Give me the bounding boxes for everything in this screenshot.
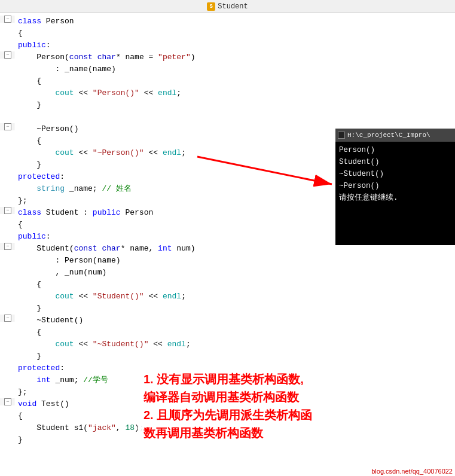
code-line	[0, 111, 455, 123]
fold-icon[interactable]: −	[4, 123, 11, 130]
terminal-window: H:\c_project\C_Impro\ Person() Student()…	[335, 129, 455, 245]
code-line: {	[0, 28, 455, 39]
fold-icon[interactable]: −	[4, 315, 11, 322]
file-icon: S	[207, 2, 215, 11]
annotation-box: 1. 没有显示调用基类析构函数, 编译器自动调用基类析构函数 2. 且顺序为先调…	[138, 365, 454, 476]
code-line: public:	[0, 39, 455, 51]
fold-icon[interactable]: −	[4, 243, 11, 250]
terminal-icon	[338, 132, 345, 139]
fold-icon[interactable]: −	[4, 207, 11, 214]
fold-icon[interactable]: −	[4, 398, 11, 405]
code-line: − class Person	[0, 16, 455, 28]
code-line: {	[0, 327, 455, 338]
code-editor: S Student − class Person { public: − Per…	[0, 0, 455, 476]
code-line: − ~Student()	[0, 315, 455, 327]
terminal-output: Person() Student() ~Student() ~Person() …	[339, 144, 451, 204]
fold-icon[interactable]: −	[4, 51, 11, 59]
code-line: − Person(const char* name = "peter")	[0, 51, 455, 63]
title-bar: S Student	[0, 0, 455, 13]
terminal-line: Student()	[339, 156, 451, 168]
code-line: , _num(num)	[0, 267, 455, 279]
code-line: cout << "Student()" << endl;	[0, 291, 455, 303]
file-title: Student	[218, 2, 248, 11]
fold-icon[interactable]: −	[4, 16, 11, 23]
code-line: cout << "Person()" << endl;	[0, 87, 455, 99]
terminal-title-bar: H:\c_project\C_Impro\	[335, 129, 455, 142]
code-line: }	[0, 350, 455, 362]
code-line: }	[0, 303, 455, 315]
code-line: cout << "~Student()" << endl;	[0, 338, 455, 350]
terminal-line: ~Student()	[339, 168, 451, 180]
terminal-line: Person()	[339, 144, 451, 156]
terminal-line: 请按任意键继续.	[339, 192, 451, 204]
code-line: {	[0, 75, 455, 87]
code-line: : _name(name)	[0, 63, 455, 75]
code-line: }	[0, 99, 455, 111]
terminal-path: H:\c_project\C_Impro\	[347, 129, 430, 141]
watermark: blog.csdn.net/qq_40076022	[371, 468, 453, 475]
code-line: : Person(name)	[0, 255, 455, 267]
code-line: {	[0, 279, 455, 291]
terminal-line: ~Person()	[339, 180, 451, 192]
annotation-text: 1. 没有显示调用基类析构函数, 编译器自动调用基类析构函数 2. 且顺序为先调…	[143, 370, 448, 442]
